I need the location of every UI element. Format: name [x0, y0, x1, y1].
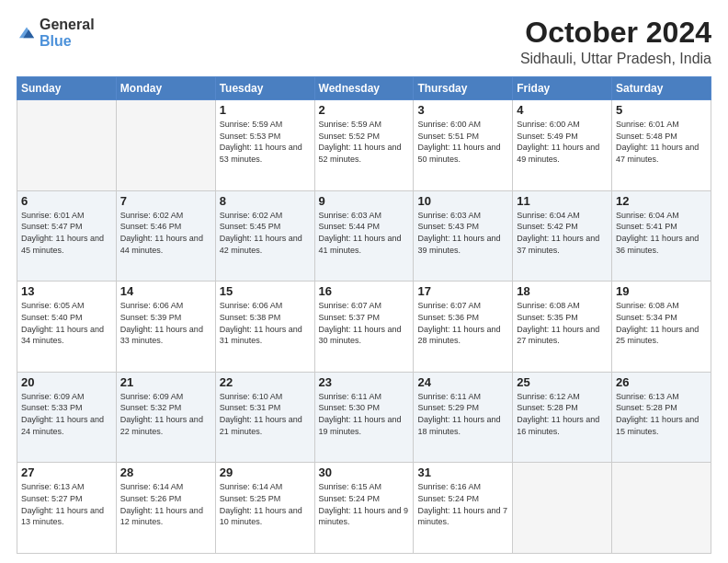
day-info: Sunrise: 6:08 AM Sunset: 5:34 PM Dayligh… — [616, 300, 707, 346]
day-header-friday: Friday — [513, 77, 612, 100]
day-number: 28 — [120, 465, 211, 479]
day-info: Sunrise: 6:12 AM Sunset: 5:28 PM Dayligh… — [517, 391, 608, 437]
calendar-cell: 28Sunrise: 6:14 AM Sunset: 5:26 PM Dayli… — [116, 463, 215, 554]
day-number: 1 — [220, 103, 311, 117]
calendar-cell: 19Sunrise: 6:08 AM Sunset: 5:34 PM Dayli… — [612, 282, 711, 373]
day-number: 6 — [21, 194, 112, 208]
day-info: Sunrise: 6:03 AM Sunset: 5:44 PM Dayligh… — [319, 210, 410, 256]
logo-general: General — [40, 17, 95, 33]
day-number: 30 — [319, 465, 410, 479]
calendar-cell: 14Sunrise: 6:06 AM Sunset: 5:39 PM Dayli… — [116, 282, 215, 373]
day-number: 13 — [21, 284, 112, 298]
calendar-cell: 25Sunrise: 6:12 AM Sunset: 5:28 PM Dayli… — [513, 372, 612, 463]
header: General Blue October 2024 Sidhauli, Utta… — [17, 17, 711, 67]
calendar-cell: 2Sunrise: 5:59 AM Sunset: 5:52 PM Daylig… — [314, 100, 414, 191]
day-number: 18 — [517, 284, 608, 298]
calendar-cell: 12Sunrise: 6:04 AM Sunset: 5:41 PM Dayli… — [612, 190, 711, 282]
day-header-saturday: Saturday — [612, 77, 711, 100]
day-number: 11 — [517, 194, 608, 208]
sub-title: Sidhauli, Uttar Pradesh, India — [520, 51, 711, 67]
calendar-cell: 7Sunrise: 6:02 AM Sunset: 5:46 PM Daylig… — [116, 190, 215, 282]
day-info: Sunrise: 6:11 AM Sunset: 5:30 PM Dayligh… — [319, 391, 410, 437]
day-number: 4 — [517, 103, 608, 117]
logo-blue: Blue — [40, 33, 95, 50]
day-info: Sunrise: 6:04 AM Sunset: 5:41 PM Dayligh… — [616, 210, 707, 256]
calendar-table: SundayMondayTuesdayWednesdayThursdayFrid… — [17, 76, 711, 554]
calendar-cell — [612, 463, 711, 554]
calendar-cell: 5Sunrise: 6:01 AM Sunset: 5:48 PM Daylig… — [612, 100, 711, 191]
day-number: 22 — [220, 375, 311, 389]
day-info: Sunrise: 6:01 AM Sunset: 5:48 PM Dayligh… — [616, 119, 707, 165]
calendar-cell: 3Sunrise: 6:00 AM Sunset: 5:51 PM Daylig… — [414, 100, 513, 191]
logo: General Blue — [17, 17, 95, 51]
calendar-cell: 17Sunrise: 6:07 AM Sunset: 5:36 PM Dayli… — [414, 282, 513, 373]
day-info: Sunrise: 6:02 AM Sunset: 5:45 PM Dayligh… — [220, 210, 311, 256]
calendar-cell: 10Sunrise: 6:03 AM Sunset: 5:43 PM Dayli… — [414, 190, 513, 282]
day-info: Sunrise: 6:13 AM Sunset: 5:28 PM Dayligh… — [616, 391, 707, 437]
day-number: 8 — [220, 194, 311, 208]
day-number: 31 — [417, 465, 508, 479]
calendar-cell: 1Sunrise: 5:59 AM Sunset: 5:53 PM Daylig… — [215, 100, 314, 191]
day-info: Sunrise: 6:06 AM Sunset: 5:39 PM Dayligh… — [120, 300, 211, 346]
calendar-cell: 29Sunrise: 6:14 AM Sunset: 5:25 PM Dayli… — [215, 463, 314, 554]
day-info: Sunrise: 6:00 AM Sunset: 5:51 PM Dayligh… — [417, 119, 508, 165]
day-info: Sunrise: 6:09 AM Sunset: 5:32 PM Dayligh… — [120, 391, 211, 437]
calendar-cell — [116, 100, 215, 191]
day-info: Sunrise: 6:08 AM Sunset: 5:35 PM Dayligh… — [517, 300, 608, 346]
calendar-cell: 20Sunrise: 6:09 AM Sunset: 5:33 PM Dayli… — [17, 372, 117, 463]
day-number: 17 — [417, 284, 508, 298]
calendar-cell: 26Sunrise: 6:13 AM Sunset: 5:28 PM Dayli… — [612, 372, 711, 463]
day-number: 26 — [616, 375, 707, 389]
calendar-cell: 30Sunrise: 6:15 AM Sunset: 5:24 PM Dayli… — [314, 463, 414, 554]
day-info: Sunrise: 6:10 AM Sunset: 5:31 PM Dayligh… — [220, 391, 311, 437]
day-number: 24 — [417, 375, 508, 389]
day-number: 12 — [616, 194, 707, 208]
calendar-cell: 15Sunrise: 6:06 AM Sunset: 5:38 PM Dayli… — [215, 282, 314, 373]
day-info: Sunrise: 6:09 AM Sunset: 5:33 PM Dayligh… — [21, 391, 112, 437]
calendar-cell: 21Sunrise: 6:09 AM Sunset: 5:32 PM Dayli… — [116, 372, 215, 463]
day-info: Sunrise: 6:14 AM Sunset: 5:26 PM Dayligh… — [120, 481, 211, 527]
day-number: 27 — [21, 465, 112, 479]
calendar-cell: 4Sunrise: 6:00 AM Sunset: 5:49 PM Daylig… — [513, 100, 612, 191]
day-info: Sunrise: 6:07 AM Sunset: 5:36 PM Dayligh… — [417, 300, 508, 346]
day-info: Sunrise: 5:59 AM Sunset: 5:53 PM Dayligh… — [220, 119, 311, 165]
day-info: Sunrise: 6:07 AM Sunset: 5:37 PM Dayligh… — [319, 300, 410, 346]
day-info: Sunrise: 5:59 AM Sunset: 5:52 PM Dayligh… — [319, 119, 410, 165]
day-info: Sunrise: 6:04 AM Sunset: 5:42 PM Dayligh… — [517, 210, 608, 256]
day-number: 19 — [616, 284, 707, 298]
calendar-cell: 23Sunrise: 6:11 AM Sunset: 5:30 PM Dayli… — [314, 372, 414, 463]
day-number: 29 — [220, 465, 311, 479]
day-info: Sunrise: 6:02 AM Sunset: 5:46 PM Dayligh… — [120, 210, 211, 256]
day-info: Sunrise: 6:13 AM Sunset: 5:27 PM Dayligh… — [21, 481, 112, 527]
page: General Blue October 2024 Sidhauli, Utta… — [0, 0, 728, 563]
day-number: 3 — [417, 103, 508, 117]
day-number: 21 — [120, 375, 211, 389]
calendar-cell: 22Sunrise: 6:10 AM Sunset: 5:31 PM Dayli… — [215, 372, 314, 463]
day-header-sunday: Sunday — [17, 77, 117, 100]
calendar-cell: 31Sunrise: 6:16 AM Sunset: 5:24 PM Dayli… — [414, 463, 513, 554]
day-number: 10 — [417, 194, 508, 208]
calendar-cell: 8Sunrise: 6:02 AM Sunset: 5:45 PM Daylig… — [215, 190, 314, 282]
calendar-cell: 9Sunrise: 6:03 AM Sunset: 5:44 PM Daylig… — [314, 190, 414, 282]
day-info: Sunrise: 6:00 AM Sunset: 5:49 PM Dayligh… — [517, 119, 608, 165]
logo-icon — [17, 23, 37, 43]
day-info: Sunrise: 6:05 AM Sunset: 5:40 PM Dayligh… — [21, 300, 112, 346]
calendar-cell: 27Sunrise: 6:13 AM Sunset: 5:27 PM Dayli… — [17, 463, 117, 554]
day-number: 16 — [319, 284, 410, 298]
day-info: Sunrise: 6:11 AM Sunset: 5:29 PM Dayligh… — [417, 391, 508, 437]
day-number: 25 — [517, 375, 608, 389]
day-number: 2 — [319, 103, 410, 117]
day-number: 15 — [220, 284, 311, 298]
day-info: Sunrise: 6:01 AM Sunset: 5:47 PM Dayligh… — [21, 210, 112, 256]
day-header-thursday: Thursday — [414, 77, 513, 100]
day-header-tuesday: Tuesday — [215, 77, 314, 100]
main-title: October 2024 — [520, 17, 711, 49]
day-header-wednesday: Wednesday — [314, 77, 414, 100]
day-info: Sunrise: 6:14 AM Sunset: 5:25 PM Dayligh… — [220, 481, 311, 527]
day-info: Sunrise: 6:15 AM Sunset: 5:24 PM Dayligh… — [319, 481, 410, 527]
calendar-cell: 6Sunrise: 6:01 AM Sunset: 5:47 PM Daylig… — [17, 190, 117, 282]
day-number: 7 — [120, 194, 211, 208]
day-number: 23 — [319, 375, 410, 389]
calendar-cell — [513, 463, 612, 554]
day-header-monday: Monday — [116, 77, 215, 100]
